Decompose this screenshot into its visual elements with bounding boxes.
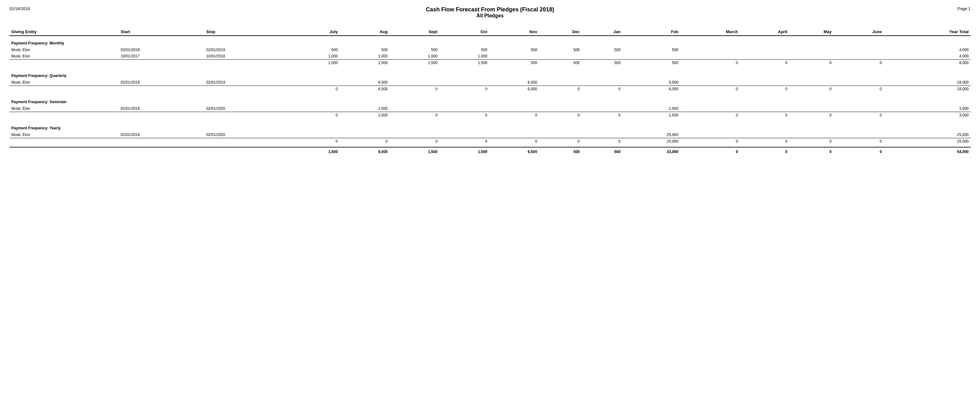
subtotal-row-1: 06,000006,000006,000000018,000 [10, 86, 970, 93]
data-row: Musk, Elon10/01/201710/01/20181,0001,000… [10, 53, 970, 60]
report-date: 02/16/2018 [10, 6, 30, 11]
data-row: Musk, Elon02/01/201802/01/20195005005005… [10, 47, 970, 53]
col-header-sept: Sept [390, 28, 439, 36]
grand-total-row: 1,5009,0001,5001,5006,50050050033,000000… [10, 147, 970, 155]
section-header-1: Payment Frequency: Quarterly [10, 69, 970, 79]
subtotal-row-3: 000000025,000000025,000 [10, 138, 970, 145]
data-row: Musk, Elon02/01/201802/01/202025,00025,0… [10, 132, 970, 138]
col-header-may: May [789, 28, 834, 36]
col-header-stop: Stop [204, 28, 290, 36]
col-header-jan: Jan [582, 28, 622, 36]
col-header-entity: Giving Entity [10, 28, 119, 36]
section-header-2: Payment Frequency: Semester [10, 95, 970, 105]
column-headers: Giving Entity Start Stop July Aug Sept O… [10, 28, 970, 36]
report-page: Page 1 [958, 6, 970, 11]
section-header-0: Payment Frequency: Monthly [10, 36, 970, 47]
col-header-march: March [680, 28, 740, 36]
subtotal-row-2: 01,500000001,50000003,000 [10, 112, 970, 119]
section-header-3: Payment Frequency: Yearly [10, 121, 970, 132]
col-header-oct: Oct [439, 28, 489, 36]
report-header: 02/16/2018 Cash Flow Forecast From Pledg… [10, 6, 970, 19]
col-header-nov: Nov [489, 28, 539, 36]
col-header-june: June [834, 28, 883, 36]
col-header-april: April [740, 28, 789, 36]
main-table: Giving Entity Start Stop July Aug Sept O… [10, 28, 970, 155]
subtotal-row-0: 1,5001,5001,5001,50050050050050000008,00… [10, 60, 970, 66]
report-title: Cash Flow Forecast From Pledges (Fiscal … [10, 6, 970, 13]
col-header-start: Start [119, 28, 204, 36]
col-header-dec: Dec [539, 28, 582, 36]
report-subtitle: All Pledges [10, 13, 970, 19]
col-header-feb: Feb [622, 28, 680, 36]
col-header-july: July [290, 28, 340, 36]
data-row: Musk, Elon02/01/201802/01/20196,0006,000… [10, 79, 970, 86]
col-header-year-total: Year Total [884, 28, 970, 36]
data-row: Musk, Elon02/01/201802/01/20201,5001,500… [10, 105, 970, 112]
col-header-aug: Aug [340, 28, 390, 36]
